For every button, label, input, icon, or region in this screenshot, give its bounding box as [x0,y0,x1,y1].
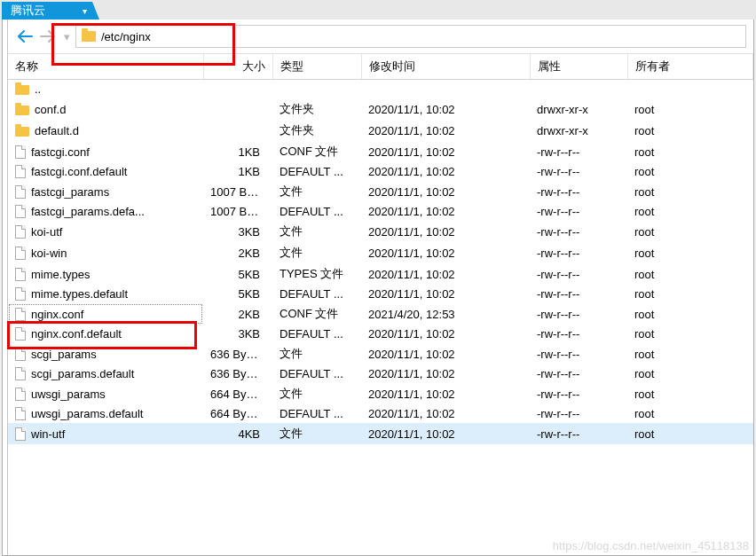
column-header[interactable]: 修改时间 [361,54,530,80]
table-row[interactable]: fastcgi.conf.default1KBDEFAULT ...2020/1… [8,162,753,181]
file-name: conf.d [35,103,66,116]
cell-mtime: 2020/11/1, 10:02 [361,423,530,444]
file-icon [15,268,26,281]
cell-perm: -rw-r--r-- [530,285,627,303]
table-row[interactable]: koi-utf3KB文件2020/11/1, 10:02-rw-r--r--ro… [8,221,753,242]
file-icon [15,367,26,380]
cell-owner: root [627,242,753,263]
cell-type: 文件夹 [272,120,361,141]
cell-size: 5KB [203,285,272,303]
table-row[interactable]: nginx.conf2KBCONF 文件2021/4/20, 12:53-rw-… [8,303,753,325]
table-row[interactable]: scgi_params.default636 BytesDEFAULT ...2… [8,364,753,383]
table-row[interactable]: mime.types.default5KBDEFAULT ...2020/11/… [8,285,753,303]
table-row[interactable]: nginx.conf.default3KBDEFAULT ...2020/11/… [8,325,753,343]
file-name: nginx.conf [31,308,83,321]
file-icon [15,185,26,199]
cell-perm: -rw-r--r-- [530,423,627,444]
forward-button[interactable] [38,27,58,46]
table-row[interactable]: uwsgi_params664 Bytes文件2020/11/1, 10:02-… [8,383,753,404]
table-row[interactable]: fastcgi.conf1KBCONF 文件2020/11/1, 10:02-r… [8,141,753,162]
cell-type: 文件 [272,343,361,364]
table-row[interactable]: mime.types5KBTYPES 文件2020/11/1, 10:02-rw… [8,263,753,285]
cell-type: DEFAULT ... [272,162,361,181]
cell-mtime: 2020/11/1, 10:02 [361,242,530,263]
file-list[interactable]: 名称大小类型修改时间属性所有者 ..conf.d文件夹2020/11/1, 10… [8,54,753,555]
column-header[interactable]: 类型 [272,54,361,80]
file-name: fastcgi_params.defa... [31,205,145,218]
cell-mtime: 2020/11/1, 10:02 [361,263,530,285]
cell-size: 1007 Bytes [203,181,272,202]
cell-owner: root [627,98,753,120]
cell-perm: -rw-r--r-- [530,404,627,423]
session-tab[interactable]: 腾讯云 ▾ [2,2,99,20]
cell-mtime: 2020/11/1, 10:02 [361,162,530,181]
arrow-left-icon [17,30,33,43]
file-icon [15,348,26,361]
cell-perm: -rw-r--r-- [530,343,627,364]
cell-owner [627,80,753,99]
table-row[interactable]: fastcgi_params.defa...1007 BytesDEFAULT … [8,202,753,221]
cell-type: 文件 [272,181,361,202]
cell-mtime: 2020/11/1, 10:02 [361,364,530,383]
table-row[interactable]: koi-win2KB文件2020/11/1, 10:02-rw-r--r--ro… [8,242,753,263]
cell-size: 2KB [203,303,272,325]
file-icon [15,308,26,321]
cell-perm: drwxr-xr-x [530,98,627,120]
cell-mtime: 2020/11/1, 10:02 [361,404,530,423]
cell-size: 4KB [203,423,272,444]
cell-size: 3KB [203,325,272,343]
file-name: fastcgi_params [31,185,109,199]
table-row[interactable]: fastcgi_params1007 Bytes文件2020/11/1, 10:… [8,181,753,202]
cell-perm: -rw-r--r-- [530,325,627,343]
cell-mtime [361,80,530,99]
file-name: win-utf [31,427,65,441]
cell-perm: -rw-r--r-- [530,364,627,383]
cell-type: CONF 文件 [272,303,361,325]
cell-size: 1KB [203,162,272,181]
cell-owner: root [627,141,753,162]
table-row[interactable]: scgi_params636 Bytes文件2020/11/1, 10:02-r… [8,343,753,364]
table-row[interactable]: uwsgi_params.default664 BytesDEFAULT ...… [8,404,753,423]
cell-mtime: 2021/4/20, 12:53 [361,303,530,325]
path-input[interactable]: /etc/nginx [75,25,746,48]
file-name: koi-utf [31,225,62,239]
table-row[interactable]: conf.d文件夹2020/11/1, 10:02drwxr-xr-xroot [8,98,753,120]
column-header[interactable]: 大小 [203,54,272,80]
folder-icon [15,127,29,137]
cell-owner: root [627,343,753,364]
cell-perm: drwxr-xr-x [530,120,627,141]
cell-type: DEFAULT ... [272,364,361,383]
file-name: uwsgi_params [31,388,106,401]
cell-owner: root [627,325,753,343]
back-button[interactable] [15,27,35,46]
file-icon [15,388,26,401]
tab-label: 腾讯云 [11,3,45,19]
column-header[interactable]: 名称 [8,54,203,80]
file-icon [15,205,26,218]
cell-type: CONF 文件 [272,141,361,162]
cell-perm: -rw-r--r-- [530,141,627,162]
file-icon [15,247,26,260]
file-name: mime.types.default [31,287,128,301]
table-row[interactable]: win-utf4KB文件2020/11/1, 10:02-rw-r--r--ro… [8,423,753,444]
table-row[interactable]: .. [8,80,753,99]
chevron-down-icon: ▾ [83,6,87,16]
column-header[interactable]: 属性 [530,54,627,80]
cell-owner: root [627,120,753,141]
cell-mtime: 2020/11/1, 10:02 [361,141,530,162]
cell-size [203,120,272,141]
file-icon [15,145,26,159]
table-row[interactable]: default.d文件夹2020/11/1, 10:02drwxr-xr-xro… [8,120,753,141]
cell-owner: root [627,162,753,181]
history-dropdown[interactable]: ▾ [61,27,72,46]
column-header[interactable]: 所有者 [627,54,753,80]
cell-size: 3KB [203,221,272,242]
cell-type [272,80,361,99]
cell-size: 1KB [203,141,272,162]
cell-size [203,98,272,120]
file-icon [15,287,26,301]
cell-type: 文件 [272,242,361,263]
cell-type: DEFAULT ... [272,325,361,343]
file-name: default.d [35,124,79,137]
cell-perm: -rw-r--r-- [530,181,627,202]
